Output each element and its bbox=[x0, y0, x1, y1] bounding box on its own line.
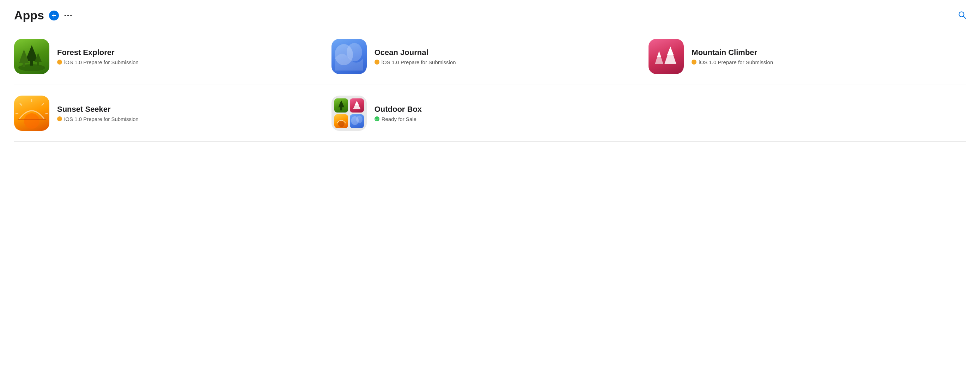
svg-rect-15 bbox=[37, 61, 39, 65]
app-name-mountain-climber: Mountain Climber bbox=[692, 48, 773, 57]
apps-grid: Forest Explorer iOS 1.0 Prepare for Subm… bbox=[0, 28, 980, 142]
app-status-forest-explorer: iOS 1.0 Prepare for Submission bbox=[57, 59, 138, 65]
app-name-ocean-journal: Ocean Journal bbox=[374, 48, 456, 57]
search-button[interactable] bbox=[958, 11, 966, 20]
page-title: Apps bbox=[14, 8, 44, 22]
status-indicator-forest-explorer bbox=[57, 60, 62, 65]
app-item-sunset-seeker[interactable]: Sunset Seeker iOS 1.0 Prepare for Submis… bbox=[14, 96, 331, 131]
app-status-ocean-journal: iOS 1.0 Prepare for Submission bbox=[374, 59, 456, 65]
svg-rect-13 bbox=[22, 62, 25, 67]
svg-line-28 bbox=[45, 113, 48, 114]
outdoor-box-cell-sunset bbox=[334, 114, 348, 128]
app-name-sunset-seeker: Sunset Seeker bbox=[57, 105, 138, 114]
svg-line-26 bbox=[41, 103, 44, 105]
header: Apps bbox=[0, 0, 980, 28]
app-info-sunset-seeker: Sunset Seeker iOS 1.0 Prepare for Submis… bbox=[57, 105, 138, 122]
app-icon-ocean-journal bbox=[331, 39, 367, 74]
app-info-outdoor-box: Outdoor Box Ready for Sale bbox=[374, 105, 422, 122]
app-info-mountain-climber: Mountain Climber iOS 1.0 Prepare for Sub… bbox=[692, 48, 773, 65]
svg-point-4 bbox=[70, 14, 72, 16]
app-icon-forest-explorer bbox=[14, 39, 49, 74]
app-icon-sunset-seeker bbox=[14, 96, 49, 131]
app-status-mountain-climber: iOS 1.0 Prepare for Submission bbox=[692, 59, 773, 65]
app-status-outdoor-box: Ready for Sale bbox=[374, 116, 422, 122]
app-item-forest-explorer[interactable]: Forest Explorer iOS 1.0 Prepare for Subm… bbox=[14, 39, 331, 74]
outdoor-box-cell-forest bbox=[334, 99, 348, 113]
app-icon-outdoor-box bbox=[331, 96, 367, 131]
svg-marker-30 bbox=[338, 103, 344, 108]
apps-row-2: Sunset Seeker iOS 1.0 Prepare for Submis… bbox=[14, 85, 966, 142]
app-name-forest-explorer: Forest Explorer bbox=[57, 48, 138, 57]
app-icon-mountain-climber bbox=[649, 39, 684, 74]
app-item-ocean-journal[interactable]: Ocean Journal iOS 1.0 Prepare for Submis… bbox=[331, 39, 649, 74]
status-indicator-ocean-journal bbox=[374, 60, 379, 65]
status-indicator-outdoor-box bbox=[374, 116, 379, 121]
svg-point-34 bbox=[338, 120, 344, 127]
svg-rect-23 bbox=[18, 119, 46, 120]
app-status-sunset-seeker: iOS 1.0 Prepare for Submission bbox=[57, 116, 138, 122]
app-name-outdoor-box: Outdoor Box bbox=[374, 105, 422, 114]
apps-row-1: Forest Explorer iOS 1.0 Prepare for Subm… bbox=[14, 28, 966, 85]
app-item-outdoor-box[interactable]: Outdoor Box Ready for Sale bbox=[331, 96, 649, 131]
status-indicator-mountain-climber bbox=[692, 60, 697, 65]
app-version-mountain-climber: iOS 1.0 Prepare for Submission bbox=[698, 59, 773, 65]
app-version-sunset-seeker: iOS 1.0 Prepare for Submission bbox=[64, 116, 138, 122]
svg-line-25 bbox=[20, 103, 22, 105]
svg-point-36 bbox=[356, 115, 363, 123]
app-status-text-outdoor-box: Ready for Sale bbox=[382, 116, 417, 122]
svg-rect-10 bbox=[30, 60, 33, 65]
svg-point-2 bbox=[65, 14, 66, 16]
app-info-forest-explorer: Forest Explorer iOS 1.0 Prepare for Subm… bbox=[57, 48, 138, 65]
add-app-button[interactable] bbox=[49, 11, 59, 21]
svg-point-3 bbox=[67, 14, 69, 16]
more-options-button[interactable] bbox=[62, 11, 74, 21]
svg-marker-20 bbox=[657, 51, 661, 57]
app-version-forest-explorer: iOS 1.0 Prepare for Submission bbox=[64, 59, 138, 65]
svg-line-27 bbox=[16, 113, 18, 114]
status-indicator-sunset-seeker bbox=[57, 116, 62, 121]
svg-rect-31 bbox=[340, 107, 342, 110]
app-item-mountain-climber[interactable]: Mountain Climber iOS 1.0 Prepare for Sub… bbox=[649, 39, 966, 74]
svg-marker-21 bbox=[667, 46, 673, 55]
outdoor-box-cell-mountain bbox=[350, 99, 364, 113]
app-info-ocean-journal: Ocean Journal iOS 1.0 Prepare for Submis… bbox=[374, 48, 456, 65]
outdoor-box-cell-ocean bbox=[350, 114, 364, 128]
svg-point-22 bbox=[24, 113, 40, 129]
svg-line-6 bbox=[963, 16, 966, 18]
app-version-ocean-journal: iOS 1.0 Prepare for Submission bbox=[382, 59, 456, 65]
svg-marker-33 bbox=[355, 101, 359, 105]
